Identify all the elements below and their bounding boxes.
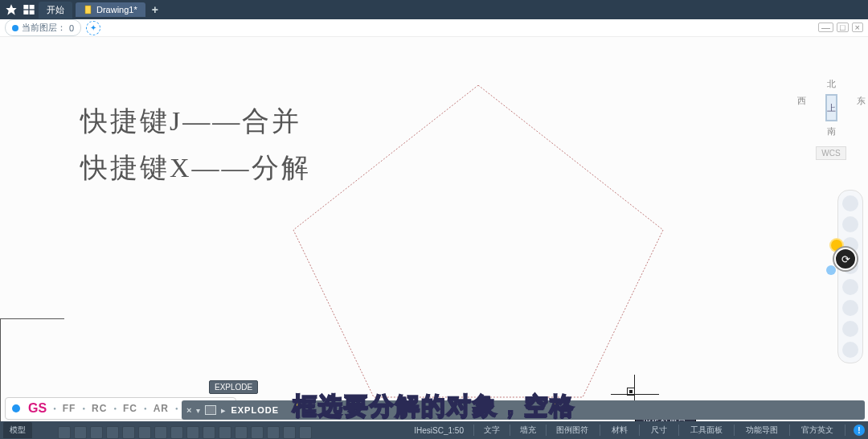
nav-tool-button[interactable] <box>842 195 858 211</box>
notification-icon[interactable]: ! <box>854 425 865 436</box>
nav-tool-button[interactable] <box>842 300 858 316</box>
pentagon-shape[interactable] <box>285 85 671 407</box>
drafting-toggle[interactable] <box>122 426 135 439</box>
navigation-bar <box>837 190 863 363</box>
current-layer-label: 当前图层： <box>22 22 66 34</box>
svg-rect-5 <box>85 6 91 14</box>
status-panel-btn[interactable]: 尺寸 <box>648 425 670 436</box>
chevron-down-icon[interactable]: ▾ <box>196 406 200 415</box>
view-top-face[interactable]: 上 <box>825 94 837 121</box>
drafting-toggle[interactable] <box>219 426 231 439</box>
windows-icon <box>23 3 35 16</box>
view-cube[interactable]: 北 西 上 东 南 WCS <box>799 76 863 160</box>
drafting-toggle[interactable] <box>106 426 119 439</box>
drafting-toggle[interactable] <box>186 426 199 439</box>
drawing-canvas[interactable]: 快捷键J——合并 快捷键X——分解 指定对角点: Y 北 西 上 东 南 WCS <box>0 37 868 439</box>
palette-opt[interactable]: AR <box>154 403 169 414</box>
title-bar: 开始 Drawing1* + <box>0 0 868 19</box>
drafting-toggle[interactable] <box>74 426 87 439</box>
drafting-toggle[interactable] <box>235 426 248 439</box>
status-panel-btn[interactable]: 官方英文 <box>798 425 837 436</box>
refresh-icon: ⟳ <box>841 253 850 265</box>
nav-tool-button[interactable] <box>842 279 858 295</box>
bulb-icon <box>12 404 20 412</box>
dot-icon: ● <box>144 406 147 411</box>
status-panel-btn[interactable]: 材料 <box>608 425 631 436</box>
dot-icon: ● <box>82 406 85 411</box>
command-prompt-icon: ▸ <box>221 405 226 416</box>
drafting-toggle[interactable] <box>154 426 167 439</box>
status-text-btn[interactable]: 文字 <box>481 425 503 436</box>
view-east[interactable]: 东 <box>857 92 866 123</box>
drafting-toggles <box>58 426 312 439</box>
layer-bar: 当前图层： 0 ✦ <box>0 19 868 37</box>
nav-tool-button[interactable] <box>842 216 858 232</box>
dot-icon: ● <box>175 406 178 411</box>
layer-tool-button[interactable]: ✦ <box>86 21 100 35</box>
current-layer-pill[interactable]: 当前图层： 0 <box>5 19 81 36</box>
drafting-toggle[interactable] <box>267 426 280 439</box>
svg-rect-2 <box>30 5 35 9</box>
drafting-toggle[interactable] <box>251 426 264 439</box>
window-controls: — □ × <box>818 23 863 32</box>
dot-icon: ● <box>53 406 56 411</box>
view-top-label: 上 <box>827 102 836 114</box>
wcs-toggle[interactable]: WCS <box>816 146 845 160</box>
scale-display[interactable]: IHesiSC_1:50 <box>411 426 467 435</box>
command-input-text[interactable]: EXPLODE <box>231 405 279 415</box>
annotation-line-2: 快捷键X——分解 <box>80 150 311 187</box>
close-icon[interactable]: × <box>186 405 191 415</box>
video-subtitle: 框选要分解的对象，空格 <box>293 390 575 423</box>
steering-icon[interactable] <box>826 265 836 275</box>
new-tab-button[interactable]: + <box>152 3 158 16</box>
tab-start-label: 开始 <box>47 4 64 16</box>
close-button[interactable]: × <box>852 23 863 32</box>
layer-color-icon <box>12 25 18 31</box>
tab-drawing-label: Drawing1* <box>96 5 137 14</box>
nav-tool-button[interactable] <box>842 342 858 358</box>
drafting-toggle[interactable] <box>90 426 103 439</box>
view-west[interactable]: 西 <box>797 92 806 123</box>
restore-button[interactable]: □ <box>837 23 849 32</box>
svg-marker-0 <box>6 4 16 14</box>
annotation-line-1: 快捷键J——合并 <box>80 103 301 140</box>
status-panel-btn[interactable]: 工具面板 <box>687 425 726 436</box>
svg-rect-1 <box>23 5 28 9</box>
model-tab[interactable]: 模型 <box>3 422 32 438</box>
command-sheet-icon <box>205 405 216 415</box>
palette-gs[interactable]: GS <box>28 401 47 416</box>
svg-rect-3 <box>23 10 28 14</box>
view-north[interactable]: 北 <box>799 76 863 92</box>
status-panel-btn[interactable]: 图例图符 <box>553 425 592 436</box>
minimize-button[interactable]: — <box>818 23 833 32</box>
tab-start[interactable]: 开始 <box>39 2 72 18</box>
view-south[interactable]: 南 <box>799 123 863 140</box>
drafting-toggle[interactable] <box>283 426 296 439</box>
drafting-toggle[interactable] <box>203 426 215 439</box>
status-right-group: 图例图符 材料 尺寸 工具面板 功能导图 官方英文 ! <box>553 425 865 436</box>
status-bar: 模型 IHesiSC_1:50 文字 墙充 图例图符 材料 <box>0 421 868 439</box>
svg-rect-4 <box>30 10 35 14</box>
status-panel-btn[interactable]: 功能导图 <box>743 425 781 436</box>
current-layer-value: 0 <box>69 23 74 33</box>
tab-drawing[interactable]: Drawing1* <box>76 2 145 17</box>
palette-opt[interactable]: FF <box>63 403 76 414</box>
document-icon <box>84 5 93 14</box>
nav-tool-button[interactable] <box>842 321 858 337</box>
drafting-toggle[interactable] <box>58 426 71 439</box>
status-fill-btn[interactable]: 墙充 <box>517 425 539 436</box>
dot-icon: ● <box>113 406 117 411</box>
orbit-button[interactable]: ⟳ <box>834 248 857 270</box>
command-hint-tooltip: EXPLODE <box>209 380 258 394</box>
palette-opt[interactable]: RC <box>92 403 107 414</box>
drafting-toggle[interactable] <box>299 426 312 439</box>
drafting-toggle[interactable] <box>170 426 183 439</box>
drafting-toggle[interactable] <box>138 426 151 439</box>
favorite-icon[interactable] <box>5 3 18 16</box>
svg-marker-6 <box>293 85 663 397</box>
palette-opt[interactable]: FC <box>123 403 137 414</box>
